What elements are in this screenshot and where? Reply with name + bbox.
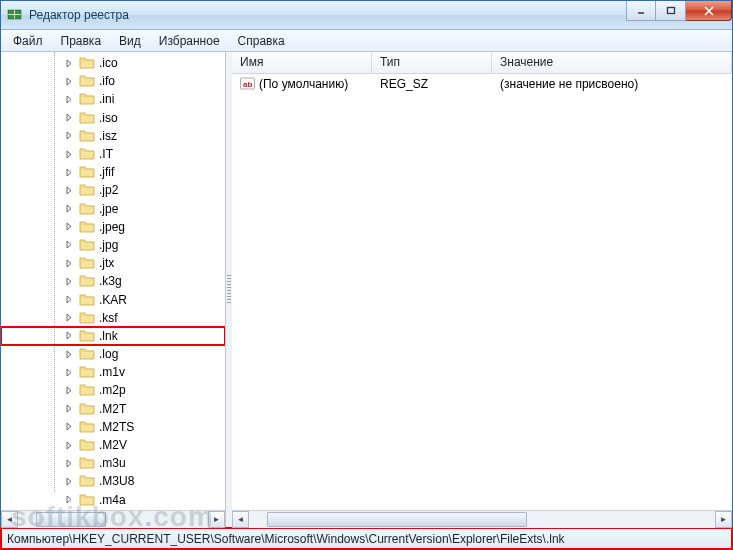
scroll-left-button[interactable]: ◄ bbox=[1, 511, 18, 528]
scroll-right-button[interactable]: ► bbox=[715, 511, 732, 528]
expand-icon[interactable] bbox=[65, 441, 74, 450]
scroll-track[interactable] bbox=[249, 511, 715, 528]
tree-item[interactable]: .M2V bbox=[1, 436, 225, 454]
expand-icon[interactable] bbox=[65, 313, 74, 322]
expand-icon[interactable] bbox=[65, 204, 74, 213]
expand-icon[interactable] bbox=[65, 404, 74, 413]
expand-icon[interactable] bbox=[65, 113, 74, 122]
expand-icon[interactable] bbox=[65, 77, 74, 86]
folder-icon bbox=[79, 111, 95, 125]
expand-icon[interactable] bbox=[65, 495, 74, 504]
menu-favorites[interactable]: Избранное bbox=[151, 32, 228, 50]
list-row[interactable]: ab(По умолчанию)REG_SZ(значение не присв… bbox=[232, 74, 732, 93]
list-horizontal-scrollbar[interactable]: ◄ ► bbox=[232, 510, 732, 527]
expand-icon[interactable] bbox=[65, 422, 74, 431]
tree-item[interactable]: .ini bbox=[1, 90, 225, 108]
folder-icon bbox=[79, 183, 95, 197]
tree-item[interactable]: .jpg bbox=[1, 236, 225, 254]
tree-item[interactable]: .jpeg bbox=[1, 218, 225, 236]
folder-icon bbox=[79, 74, 95, 88]
tree-item[interactable]: .jpe bbox=[1, 200, 225, 218]
tree-item-label: .m4a bbox=[99, 493, 126, 507]
tree-item-label: .jfif bbox=[99, 165, 114, 179]
expand-icon[interactable] bbox=[65, 95, 74, 104]
expand-icon[interactable] bbox=[65, 277, 74, 286]
scroll-right-button[interactable]: ► bbox=[208, 511, 225, 528]
folder-icon bbox=[79, 438, 95, 452]
menu-view[interactable]: Вид bbox=[111, 32, 149, 50]
close-button[interactable] bbox=[686, 1, 732, 21]
tree-horizontal-scrollbar[interactable]: ◄ ► bbox=[1, 510, 225, 527]
folder-icon bbox=[79, 365, 95, 379]
tree-item[interactable]: .m2p bbox=[1, 381, 225, 399]
expand-icon[interactable] bbox=[65, 259, 74, 268]
tree-item[interactable]: .jtx bbox=[1, 254, 225, 272]
tree-item[interactable]: .ico bbox=[1, 54, 225, 72]
tree-item[interactable]: .ksf bbox=[1, 309, 225, 327]
maximize-button[interactable] bbox=[656, 1, 686, 21]
titlebar[interactable]: Редактор реестра bbox=[1, 1, 732, 30]
minimize-button[interactable] bbox=[626, 1, 656, 21]
folder-icon bbox=[79, 165, 95, 179]
column-header-name[interactable]: Имя bbox=[232, 52, 372, 73]
tree-item[interactable]: .k3g bbox=[1, 272, 225, 290]
folder-icon bbox=[79, 402, 95, 416]
list-view[interactable]: ab(По умолчанию)REG_SZ(значение не присв… bbox=[232, 74, 732, 510]
column-header-value[interactable]: Значение bbox=[492, 52, 732, 73]
tree-item[interactable]: .log bbox=[1, 345, 225, 363]
tree-item-label: .KAR bbox=[99, 293, 127, 307]
scroll-left-button[interactable]: ◄ bbox=[232, 511, 249, 528]
expand-icon[interactable] bbox=[65, 350, 74, 359]
expand-icon[interactable] bbox=[65, 331, 74, 340]
tree-item[interactable]: .isz bbox=[1, 127, 225, 145]
tree-item[interactable]: .iso bbox=[1, 109, 225, 127]
folder-icon bbox=[79, 456, 95, 470]
expand-icon[interactable] bbox=[65, 186, 74, 195]
tree-item[interactable]: .IT bbox=[1, 145, 225, 163]
scroll-thumb[interactable] bbox=[36, 512, 106, 527]
tree-item[interactable]: .jfif bbox=[1, 163, 225, 181]
scroll-thumb[interactable] bbox=[267, 512, 527, 527]
expand-icon[interactable] bbox=[65, 59, 74, 68]
menu-help[interactable]: Справка bbox=[230, 32, 293, 50]
expand-icon[interactable] bbox=[65, 131, 74, 140]
folder-icon bbox=[79, 420, 95, 434]
tree-item-label: .ifo bbox=[99, 74, 115, 88]
tree-item[interactable]: .lnk bbox=[1, 327, 225, 345]
expand-icon[interactable] bbox=[65, 386, 74, 395]
svg-text:ab: ab bbox=[243, 80, 252, 89]
folder-icon bbox=[79, 383, 95, 397]
tree-item-label: .M2V bbox=[99, 438, 127, 452]
tree-item[interactable]: .ifo bbox=[1, 72, 225, 90]
svg-rect-3 bbox=[15, 15, 21, 19]
menu-file[interactable]: Файл bbox=[5, 32, 51, 50]
expand-icon[interactable] bbox=[65, 222, 74, 231]
tree-item[interactable]: .m3u bbox=[1, 454, 225, 472]
expand-icon[interactable] bbox=[65, 295, 74, 304]
scroll-track[interactable] bbox=[18, 511, 208, 528]
tree-item[interactable]: .m1v bbox=[1, 363, 225, 381]
tree-item-label: .jpg bbox=[99, 238, 118, 252]
expand-icon[interactable] bbox=[65, 168, 74, 177]
menu-edit[interactable]: Правка bbox=[53, 32, 110, 50]
expand-icon[interactable] bbox=[65, 459, 74, 468]
tree-item-label: .jpeg bbox=[99, 220, 125, 234]
tree-item[interactable]: .jp2 bbox=[1, 181, 225, 199]
tree-item[interactable]: .M3U8 bbox=[1, 472, 225, 490]
column-header-type[interactable]: Тип bbox=[372, 52, 492, 73]
tree-item-label: .ini bbox=[99, 92, 114, 106]
tree-item[interactable]: .KAR bbox=[1, 290, 225, 308]
expand-icon[interactable] bbox=[65, 240, 74, 249]
tree-item[interactable]: .M2T bbox=[1, 400, 225, 418]
tree-item[interactable]: .m4a bbox=[1, 491, 225, 509]
splitter-grip-icon bbox=[227, 275, 231, 305]
tree-item[interactable]: .M2TS bbox=[1, 418, 225, 436]
tree-view[interactable]: .ico.ifo.ini.iso.isz.IT.jfif.jp2.jpe.jpe… bbox=[1, 52, 225, 510]
expand-icon[interactable] bbox=[65, 150, 74, 159]
expand-icon[interactable] bbox=[65, 477, 74, 486]
content-area: .ico.ifo.ini.iso.isz.IT.jfif.jp2.jpe.jpe… bbox=[1, 52, 732, 528]
app-icon bbox=[7, 7, 23, 23]
folder-icon bbox=[79, 474, 95, 488]
expand-icon[interactable] bbox=[65, 368, 74, 377]
tree-item-label: .m3u bbox=[99, 456, 126, 470]
